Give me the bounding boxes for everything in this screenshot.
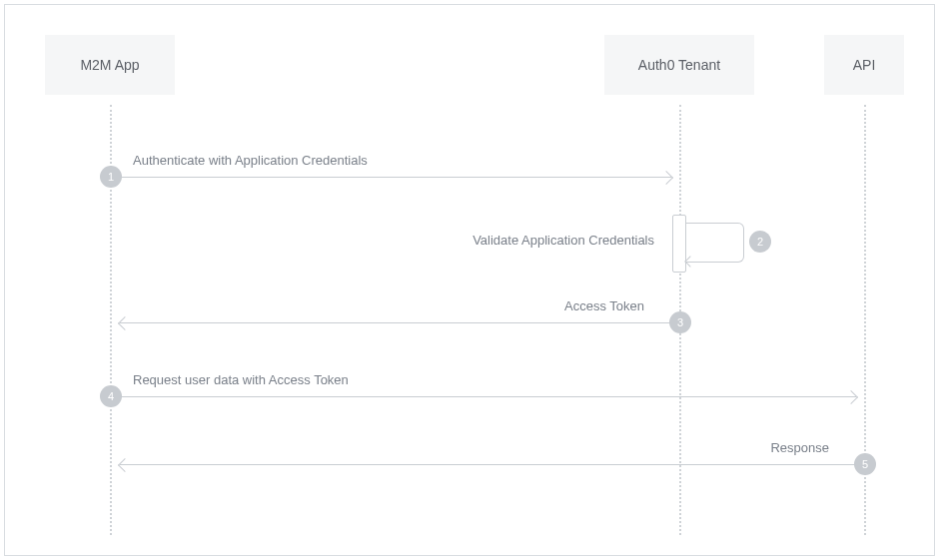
step-3-label: Access Token: [564, 298, 644, 313]
step-number: 4: [108, 390, 114, 402]
participant-label: Auth0 Tenant: [638, 57, 720, 73]
sequence-diagram: M2M App Auth0 Tenant API Authenticate wi…: [4, 4, 935, 556]
step-2-self-arrow: [686, 223, 744, 263]
step-4-label: Request user data with Access Token: [133, 372, 349, 387]
participant-auth0-tenant: Auth0 Tenant: [604, 35, 754, 95]
participant-label: API: [853, 57, 876, 73]
arrowhead-left-icon: [684, 256, 695, 267]
step-number: 2: [757, 236, 763, 248]
step-5-badge: 5: [854, 453, 876, 475]
participant-label: M2M App: [80, 57, 139, 73]
participant-api: API: [824, 35, 904, 95]
step-4-badge: 4: [100, 385, 122, 407]
step-number: 5: [862, 458, 868, 470]
step-5-arrow: [120, 464, 856, 465]
arrowhead-left-icon: [118, 457, 132, 471]
step-2-label: Validate Application Credentials: [472, 233, 654, 248]
participant-m2m-app: M2M App: [45, 35, 175, 95]
step-2-badge: 2: [749, 231, 771, 253]
step-3-arrow: [120, 322, 671, 323]
arrowhead-right-icon: [659, 170, 673, 184]
arrowhead-left-icon: [118, 315, 132, 329]
step-1-label: Authenticate with Application Credential…: [133, 153, 368, 168]
step-number: 3: [677, 316, 683, 328]
step-1-arrow: [120, 177, 671, 178]
arrowhead-right-icon: [844, 389, 858, 403]
step-1-badge: 1: [100, 166, 122, 188]
tenant-activation-box: [672, 215, 686, 273]
step-4-arrow: [120, 396, 856, 397]
step-number: 1: [108, 171, 114, 183]
step-5-label: Response: [770, 440, 829, 455]
step-3-badge: 3: [669, 311, 691, 333]
